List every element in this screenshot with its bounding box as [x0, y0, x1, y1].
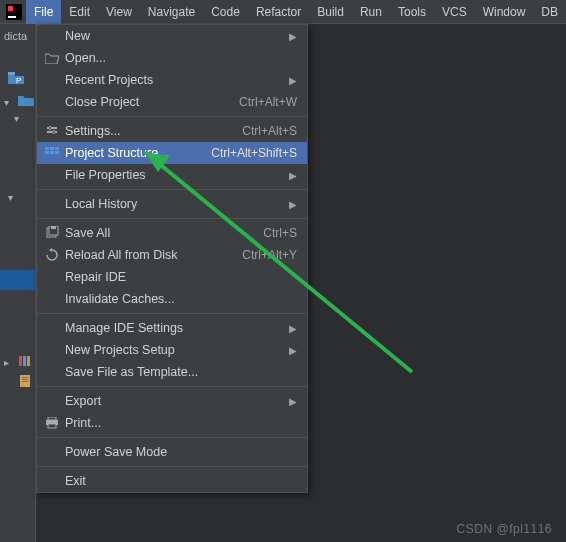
menu-separator	[37, 437, 307, 438]
menu-item-repair-ide[interactable]: Repair IDE	[37, 266, 307, 288]
svg-rect-24	[51, 226, 56, 229]
submenu-arrow-icon: ▶	[287, 199, 297, 210]
menu-item-local-history[interactable]: Local History ▶	[37, 193, 307, 215]
menu-label: File Properties	[61, 168, 287, 182]
submenu-arrow-icon: ▶	[287, 323, 297, 334]
menu-label: Repair IDE	[61, 270, 297, 284]
menu-item-save-file-as-template[interactable]: Save File as Template...	[37, 361, 307, 383]
svg-rect-11	[22, 381, 28, 382]
menu-separator	[37, 218, 307, 219]
blank-icon	[43, 196, 61, 212]
blank-icon	[43, 94, 61, 110]
menu-separator	[37, 116, 307, 117]
open-folder-icon	[43, 50, 61, 66]
menu-item-print[interactable]: Print...	[37, 412, 307, 434]
blank-icon	[43, 444, 61, 460]
menu-item-exit[interactable]: Exit	[37, 470, 307, 492]
menu-label: New Projects Setup	[61, 343, 287, 357]
menu-item-manage-ide-settings[interactable]: Manage IDE Settings ▶	[37, 317, 307, 339]
menu-label: New	[61, 29, 287, 43]
folder-icon[interactable]: P	[8, 72, 24, 87]
menu-separator	[37, 313, 307, 314]
svg-point-15	[53, 131, 56, 134]
project-sidebar: dicta P ▾ ▾ ▾ ▸	[0, 24, 36, 542]
menu-label: Open...	[61, 51, 297, 65]
menu-label: Exit	[61, 474, 297, 488]
menubar: File Edit View Navigate Code Refactor Bu…	[0, 0, 566, 24]
menubar-item-run[interactable]: Run	[352, 0, 390, 24]
blank-icon	[43, 291, 61, 307]
shortcut: Ctrl+S	[263, 226, 297, 240]
project-structure-icon	[43, 145, 61, 161]
file-menu-dropdown: New ▶ Open... Recent Projects ▶ Close Pr…	[36, 24, 308, 493]
menu-item-project-structure[interactable]: Project Structure... Ctrl+Alt+Shift+S	[37, 142, 307, 164]
menu-label: Save All	[61, 226, 263, 240]
menubar-item-window[interactable]: Window	[475, 0, 534, 24]
menubar-item-vcs[interactable]: VCS	[434, 0, 475, 24]
watermark: CSDN @fpl1116	[457, 522, 552, 536]
svg-rect-6	[23, 356, 26, 366]
menubar-item-edit[interactable]: Edit	[61, 0, 98, 24]
menu-item-close-project[interactable]: Close Project Ctrl+Alt+W	[37, 91, 307, 113]
menu-label: Reload All from Disk	[61, 248, 242, 262]
folder-icon[interactable]	[18, 94, 34, 111]
svg-rect-3	[8, 72, 15, 75]
menu-label: Print...	[61, 416, 297, 430]
svg-rect-19	[45, 151, 49, 154]
svg-rect-21	[55, 151, 59, 154]
project-tab-label[interactable]: dicta	[4, 30, 27, 42]
menubar-item-refactor[interactable]: Refactor	[248, 0, 309, 24]
svg-rect-27	[48, 424, 56, 428]
blank-icon	[43, 269, 61, 285]
svg-text:P: P	[16, 76, 21, 84]
svg-rect-9	[22, 377, 28, 378]
tree-toggle-icon[interactable]: ▾	[14, 114, 19, 124]
scratches-icon[interactable]	[18, 374, 32, 391]
menu-item-export[interactable]: Export ▶	[37, 390, 307, 412]
app-logo-icon	[6, 1, 22, 23]
selected-tree-row[interactable]	[0, 270, 36, 290]
svg-rect-25	[48, 417, 56, 420]
menu-item-open[interactable]: Open...	[37, 47, 307, 69]
menu-item-file-properties[interactable]: File Properties ▶	[37, 164, 307, 186]
blank-icon	[43, 28, 61, 44]
tree-expand-icon[interactable]: ▸	[4, 358, 9, 368]
menu-label: Settings...	[61, 124, 242, 138]
svg-point-14	[49, 127, 52, 130]
menu-item-reload-from-disk[interactable]: Reload All from Disk Ctrl+Alt+Y	[37, 244, 307, 266]
menu-item-power-save-mode[interactable]: Power Save Mode	[37, 441, 307, 463]
tree-toggle-icon[interactable]: ▾	[8, 192, 13, 203]
menubar-item-file[interactable]: File	[26, 0, 61, 24]
menu-label: Manage IDE Settings	[61, 321, 287, 335]
library-icon[interactable]	[18, 354, 32, 371]
menubar-item-dbna[interactable]: DB Na	[533, 0, 566, 24]
blank-icon	[43, 72, 61, 88]
menubar-item-code[interactable]: Code	[203, 0, 248, 24]
menu-label: Project Structure...	[61, 146, 211, 160]
menu-item-new-projects-setup[interactable]: New Projects Setup ▶	[37, 339, 307, 361]
settings-icon	[43, 123, 61, 139]
blank-icon	[43, 364, 61, 380]
menubar-item-navigate[interactable]: Navigate	[140, 0, 203, 24]
menu-item-save-all[interactable]: Save All Ctrl+S	[37, 222, 307, 244]
tree-toggle-icon[interactable]: ▾	[4, 98, 9, 108]
menu-item-settings[interactable]: Settings... Ctrl+Alt+S	[37, 120, 307, 142]
menu-item-invalidate-caches[interactable]: Invalidate Caches...	[37, 288, 307, 310]
menu-label: Local History	[61, 197, 287, 211]
shortcut: Ctrl+Alt+S	[242, 124, 297, 138]
svg-rect-17	[50, 147, 54, 150]
menubar-item-view[interactable]: View	[98, 0, 140, 24]
svg-rect-1	[8, 6, 13, 11]
blank-icon	[43, 320, 61, 336]
reload-icon	[43, 247, 61, 263]
print-icon	[43, 415, 61, 431]
svg-rect-5	[19, 356, 22, 366]
shortcut: Ctrl+Alt+W	[239, 95, 297, 109]
svg-rect-10	[22, 379, 28, 380]
menubar-item-build[interactable]: Build	[309, 0, 352, 24]
svg-rect-16	[45, 147, 49, 150]
menubar-item-tools[interactable]: Tools	[390, 0, 434, 24]
menu-item-new[interactable]: New ▶	[37, 25, 307, 47]
submenu-arrow-icon: ▶	[287, 75, 297, 86]
menu-item-recent-projects[interactable]: Recent Projects ▶	[37, 69, 307, 91]
